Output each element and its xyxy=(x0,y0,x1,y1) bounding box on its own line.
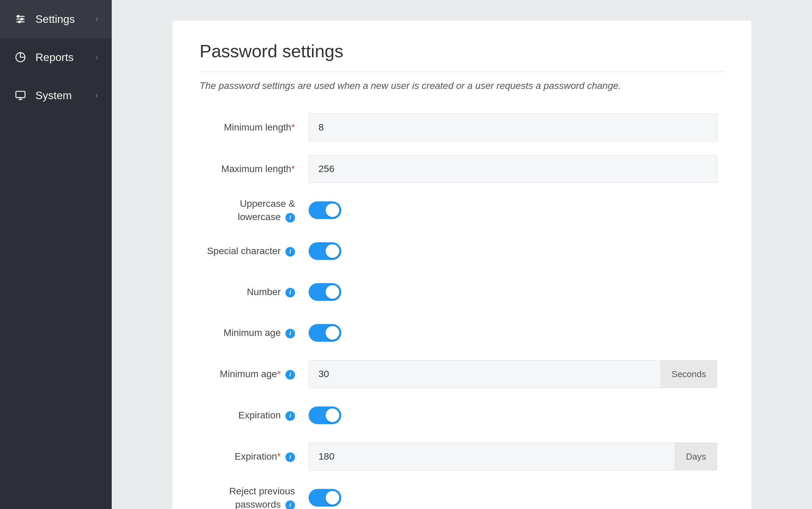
toggle-knob-reject xyxy=(326,491,339,505)
field-expiration-value: Expiration* i Days xyxy=(200,443,724,471)
control-number xyxy=(309,283,717,301)
input-min-age-value[interactable] xyxy=(309,360,660,388)
suffix-seconds: Seconds xyxy=(660,360,717,388)
input-max-length[interactable] xyxy=(309,155,717,183)
field-special-character: Special character i xyxy=(200,237,724,265)
required-star-min-length: * xyxy=(291,122,295,133)
toggle-knob-expiration xyxy=(326,408,339,422)
toggle-expiration[interactable] xyxy=(309,406,341,424)
toggle-number[interactable] xyxy=(309,283,341,301)
sidebar-item-system[interactable]: System ‹ xyxy=(0,76,112,114)
suffix-days: Days xyxy=(675,443,717,470)
control-expiration-value: Days xyxy=(309,443,717,471)
toggle-knob-min-age xyxy=(326,326,339,340)
info-icon-uppercase-lowercase[interactable]: i xyxy=(285,213,295,222)
field-minimum-age-toggle: Minimum age i xyxy=(200,319,724,346)
settings-icon xyxy=(14,12,27,26)
info-icon-expiration-value[interactable]: i xyxy=(285,452,295,462)
system-chevron: ‹ xyxy=(95,91,98,100)
input-expiration-value[interactable] xyxy=(309,443,675,470)
label-expiration-toggle: Expiration i xyxy=(200,408,309,422)
svg-point-3 xyxy=(17,15,19,17)
input-suffix-min-age: Seconds xyxy=(309,360,717,388)
input-min-length[interactable] xyxy=(309,113,717,141)
label-uppercase-lowercase: Uppercase &lowercase i xyxy=(200,197,309,223)
field-min-length: Minimum length* xyxy=(200,113,724,141)
reports-chevron: ‹ xyxy=(95,52,98,62)
field-minimum-age-value: Minimum age* i Seconds xyxy=(200,360,724,388)
sidebar-item-settings-label: Settings xyxy=(35,13,75,26)
sidebar: Settings ‹ Reports ‹ System xyxy=(0,0,112,509)
content-card: Password settings The password settings … xyxy=(172,20,751,509)
control-expiration-toggle xyxy=(309,406,717,424)
required-star-min-age: * xyxy=(277,369,281,379)
settings-chevron: ‹ xyxy=(95,14,98,24)
toggle-minimum-age[interactable] xyxy=(309,324,341,342)
sidebar-item-settings[interactable]: Settings ‹ xyxy=(0,0,112,38)
required-star-max-length: * xyxy=(291,164,295,174)
control-reject-previous xyxy=(309,489,717,507)
sidebar-item-reports-label: Reports xyxy=(35,51,74,64)
field-uppercase-lowercase: Uppercase &lowercase i xyxy=(200,197,724,224)
input-suffix-expiration: Days xyxy=(309,443,717,471)
toggle-knob-number xyxy=(326,285,339,299)
page-description: The password settings are used when a ne… xyxy=(200,79,724,93)
label-number: Number i xyxy=(200,285,309,298)
svg-rect-6 xyxy=(16,91,25,98)
sidebar-item-system-label: System xyxy=(35,89,72,102)
system-icon xyxy=(14,89,27,102)
label-reject-previous: Reject previouspasswords i xyxy=(200,484,309,509)
control-max-length xyxy=(309,155,717,183)
label-minimum-age-value: Minimum age* i xyxy=(200,367,309,381)
reports-icon xyxy=(14,50,27,64)
toggle-reject-previous[interactable] xyxy=(309,489,341,507)
info-icon-minimum-age[interactable]: i xyxy=(285,329,295,338)
info-icon-expiration[interactable]: i xyxy=(285,411,295,421)
field-reject-previous: Reject previouspasswords i xyxy=(200,484,724,509)
svg-point-5 xyxy=(19,21,20,22)
field-expiration-toggle: Expiration i xyxy=(200,402,724,429)
info-icon-special-character[interactable]: i xyxy=(285,247,295,257)
toggle-knob-special xyxy=(326,244,339,258)
toggle-special-character[interactable] xyxy=(309,242,341,260)
info-icon-reject-previous[interactable]: i xyxy=(285,500,295,509)
info-icon-minimum-age-value[interactable]: i xyxy=(285,370,295,380)
sidebar-item-reports[interactable]: Reports ‹ xyxy=(0,38,112,76)
control-minimum-age-value: Seconds xyxy=(309,360,717,388)
field-number: Number i xyxy=(200,278,724,306)
info-icon-number[interactable]: i xyxy=(285,288,295,297)
control-minimum-age-toggle xyxy=(309,324,717,342)
label-expiration-value: Expiration* i xyxy=(200,450,309,463)
svg-point-4 xyxy=(21,18,22,20)
label-min-length: Minimum length* xyxy=(200,121,309,134)
control-min-length xyxy=(309,113,717,141)
label-special-character: Special character i xyxy=(200,244,309,258)
control-special-character xyxy=(309,242,717,260)
required-star-expiration: * xyxy=(277,451,281,462)
control-uppercase-lowercase xyxy=(309,201,717,219)
toggle-uppercase-lowercase[interactable] xyxy=(309,201,341,219)
label-max-length: Maximum length* xyxy=(200,162,309,175)
label-minimum-age-toggle: Minimum age i xyxy=(200,326,309,339)
main-area: Password settings The password settings … xyxy=(112,0,812,509)
page-title: Password settings xyxy=(200,41,724,72)
field-max-length: Maximum length* xyxy=(200,155,724,183)
toggle-knob-uppercase xyxy=(326,203,339,217)
